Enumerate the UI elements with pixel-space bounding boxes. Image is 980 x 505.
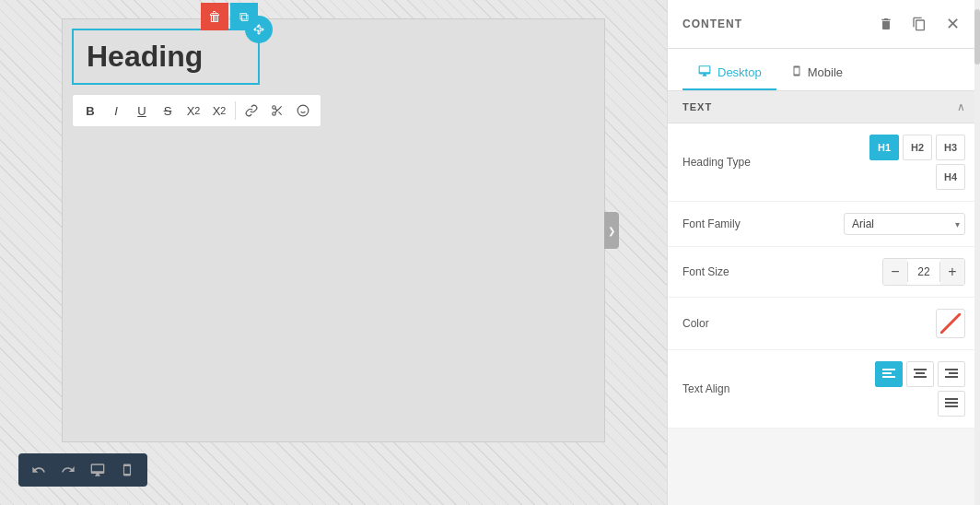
font-size-control: − +: [882, 258, 965, 286]
move-handle[interactable]: [245, 16, 273, 43]
desktop-view-button[interactable]: [87, 459, 109, 481]
svg-rect-18: [945, 376, 958, 378]
bottom-toolbar: [18, 453, 147, 487]
align-right-button[interactable]: [938, 361, 965, 387]
h2-button[interactable]: H2: [903, 135, 932, 160]
align-justify-button[interactable]: [938, 391, 965, 417]
font-family-label: Font Family: [682, 217, 844, 230]
font-size-label: Font Size: [682, 265, 882, 278]
panel-header: CONTENT ✕: [668, 0, 980, 49]
font-size-input[interactable]: [907, 262, 940, 282]
collapse-handle[interactable]: ❯: [604, 212, 619, 249]
svg-point-5: [298, 105, 309, 116]
color-row: Color: [668, 298, 980, 350]
h1-button[interactable]: H1: [869, 135, 899, 160]
heading-type-label: Heading Type: [682, 156, 855, 169]
superscript-button[interactable]: X2: [181, 99, 205, 123]
color-swatch-svg: [940, 313, 961, 334]
properties-area: Heading Type H1 H2 H3 H4 Font Family Ari…: [668, 123, 980, 429]
canvas-inner: 🗑 ⧉ Heading B: [62, 18, 605, 442]
svg-rect-16: [945, 369, 958, 370]
scrollbar-track: [974, 0, 980, 505]
svg-rect-12: [882, 376, 895, 378]
subscript-button[interactable]: X2: [207, 99, 231, 123]
text-toolbar: B I U S X2 X2: [72, 94, 321, 127]
svg-rect-19: [945, 398, 958, 400]
device-tabs: Desktop Mobile: [668, 49, 980, 91]
svg-point-1: [273, 112, 276, 116]
mobile-view-button[interactable]: [116, 459, 138, 481]
underline-button[interactable]: U: [130, 99, 154, 123]
strikethrough-button[interactable]: S: [156, 99, 180, 123]
svg-rect-10: [882, 369, 895, 370]
toolbar-divider: [235, 101, 236, 120]
heading-type-control: H1 H2 H3 H4: [855, 135, 965, 190]
color-label: Color: [682, 317, 936, 330]
svg-rect-11: [882, 372, 892, 374]
heading-type-row: Heading Type H1 H2 H3 H4: [668, 123, 980, 202]
font-family-select[interactable]: Arial Georgia Helvetica Times New Roman …: [844, 213, 965, 235]
panel-close-button[interactable]: ✕: [939, 11, 965, 37]
heading-text[interactable]: Heading: [74, 30, 258, 83]
tab-desktop[interactable]: Desktop: [682, 56, 776, 90]
font-family-control: Arial Georgia Helvetica Times New Roman …: [844, 213, 965, 235]
canvas-area: 🗑 ⧉ Heading B: [0, 0, 667, 505]
text-section-header[interactable]: TEXT ∧: [668, 91, 980, 123]
panel-title: CONTENT: [682, 18, 742, 30]
font-family-row: Font Family Arial Georgia Helvetica Time…: [668, 202, 980, 247]
text-align-label: Text Align: [682, 382, 855, 395]
svg-rect-17: [949, 372, 958, 374]
delete-block-button[interactable]: 🗑: [201, 3, 228, 30]
svg-rect-20: [945, 402, 958, 404]
svg-rect-15: [914, 376, 927, 378]
font-family-select-wrapper: Arial Georgia Helvetica Times New Roman …: [844, 213, 965, 235]
mobile-tab-icon: [791, 64, 802, 81]
desktop-tab-label: Desktop: [718, 65, 762, 79]
font-size-decrease-button[interactable]: −: [883, 259, 907, 285]
canvas-wrapper: 🗑 ⧉ Heading B: [62, 18, 605, 442]
right-panel: CONTENT ✕ Desktop: [667, 0, 980, 505]
color-swatch[interactable]: [936, 309, 965, 338]
svg-rect-14: [916, 372, 925, 374]
svg-rect-21: [945, 405, 958, 407]
font-size-row: Font Size − +: [668, 247, 980, 298]
h3-button[interactable]: H3: [936, 135, 965, 160]
tab-mobile[interactable]: Mobile: [776, 56, 858, 90]
text-section-title: TEXT: [682, 101, 712, 112]
panel-delete-button[interactable]: [873, 11, 899, 37]
align-center-button[interactable]: [906, 361, 934, 387]
scrollbar-thumb[interactable]: [974, 9, 980, 65]
mobile-tab-label: Mobile: [808, 65, 843, 79]
text-align-control: [855, 361, 965, 417]
heading-block[interactable]: 🗑 ⧉ Heading: [72, 29, 260, 85]
svg-line-4: [275, 109, 277, 111]
desktop-tab-icon: [697, 65, 712, 80]
italic-button[interactable]: I: [104, 99, 128, 123]
link-button[interactable]: [239, 99, 263, 123]
trash-icon: 🗑: [208, 9, 221, 24]
undo-button[interactable]: [28, 459, 50, 481]
panel-header-icons: ✕: [873, 11, 965, 37]
bold-button[interactable]: B: [78, 99, 102, 123]
font-size-increase-button[interactable]: +: [940, 259, 964, 285]
panel-copy-button[interactable]: [906, 11, 932, 37]
h4-button[interactable]: H4: [936, 164, 965, 190]
svg-line-3: [278, 112, 281, 114]
align-left-button[interactable]: [875, 361, 903, 387]
collapse-chevron-icon: ❯: [608, 226, 615, 236]
svg-point-0: [273, 106, 276, 110]
text-align-row: Text Align: [668, 350, 980, 429]
color-control: [936, 309, 965, 338]
emoji-button[interactable]: [291, 99, 315, 123]
svg-rect-13: [914, 369, 927, 370]
font-size-stepper: − +: [882, 258, 965, 286]
redo-button[interactable]: [57, 459, 79, 481]
scissors-button[interactable]: [265, 99, 289, 123]
text-section-chevron-icon: ∧: [957, 100, 965, 113]
